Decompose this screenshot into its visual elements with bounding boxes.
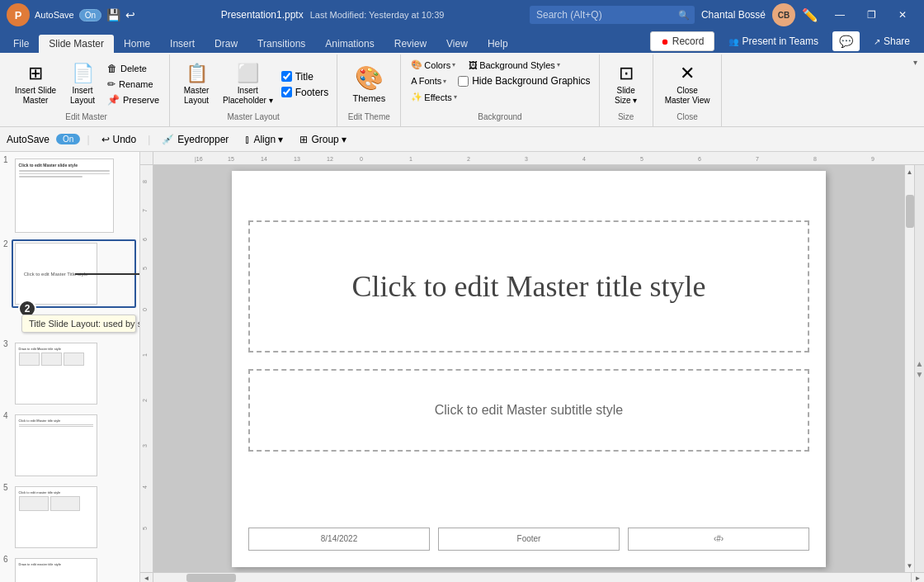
colors-icon: 🎨 [411,59,422,70]
scrollbar-v-track[interactable] [905,178,914,559]
master-layout-button[interactable]: 📋 MasterLayout [177,59,216,109]
slide-thumb-6[interactable]: Draw to edit master title style [12,555,136,582]
qa-undo-button[interactable]: ↩ Undo [97,132,142,147]
close-button[interactable]: ✕ [888,2,917,27]
hide-bg-check-input[interactable] [458,76,469,87]
footer-label-box[interactable]: Footer [438,528,620,551]
horizontal-scrollbar: ◄ ► [140,572,924,582]
qa-group-button[interactable]: ⊞ Group ▾ [295,132,351,147]
present-teams-button[interactable]: 👥 Present in Teams [718,31,829,51]
scrollbar-down-button[interactable]: ▼ [905,559,914,572]
colors-dropdown[interactable]: 🎨 Colors ▾ [408,58,459,72]
save-icon[interactable]: 💾 [106,8,120,21]
slide-thumb-2[interactable]: Click to edit Master Title style 1 [12,239,136,308]
slide-size-icon: ⊡ [619,63,634,84]
qa-separator1: | [87,134,89,145]
footer-label-text: Footer [517,534,541,543]
delete-button[interactable]: 🗑Delete [104,61,163,76]
scrollbar-h-track[interactable] [153,573,911,582]
ruler-v-tick-4: 4 [142,485,148,489]
autosave-toggle[interactable]: On [79,9,101,21]
qa-autosave-toggle[interactable]: On [56,134,80,144]
thumb3-title: Draw to edit Master title style [19,347,93,351]
thumb1-title: Click to edit Master slide style [19,163,110,168]
fonts-dropdown[interactable]: A Fonts ▾ [408,73,450,88]
scrollbar-left-button[interactable]: ◄ [140,573,153,582]
edit-master-group-label: Edit Master [65,111,107,123]
ruler-v-tick-1: 1 [142,353,148,357]
insert-slide-master-button[interactable]: ⊞ Insert SlideMaster [10,59,61,109]
restore-button[interactable]: ❐ [856,2,886,27]
slide-num-1: 1 [3,155,8,164]
right-collapse-handle[interactable]: ▲ ▼ [914,165,924,572]
footers-checkbox[interactable]: Footers [280,85,331,100]
close-master-view-button[interactable]: ✕ CloseMaster View [660,59,715,109]
insert-placeholder-icon: ⬜ [237,63,259,84]
tab-insert[interactable]: Insert [160,35,205,53]
insert-placeholder-button[interactable]: ⬜ InsertPlaceholder ▾ [218,59,278,109]
minimize-button[interactable]: — [825,2,855,27]
tab-review[interactable]: Review [384,35,436,53]
record-button[interactable]: ⏺ Record [650,31,715,51]
tab-draw[interactable]: Draw [205,35,248,53]
insert-layout-button[interactable]: 📄 InsertLayout [63,59,102,109]
tab-transitions[interactable]: Transitions [248,35,315,53]
undo-title-icon[interactable]: ↩ [125,8,135,21]
scrollbar-right-button[interactable]: ► [911,573,924,582]
colors-arrow: ▾ [452,61,455,69]
ruler-tick-neg15: 15 [228,156,234,162]
master-layout-col: Title Footers [280,69,331,100]
scrollbar-up-button[interactable]: ▲ [905,165,914,178]
qa-autosave-label: AutoSave [7,134,50,145]
pen-icon[interactable]: ✏️ [802,7,818,23]
slide-thumb-3[interactable]: Draw to edit Master title style [12,339,136,408]
share-button[interactable]: ↗ Share [863,31,921,51]
title-check-input[interactable] [281,71,292,82]
search-input[interactable] [530,6,695,24]
footer-date-box[interactable]: 8/14/2022 [248,528,430,551]
title-checkbox[interactable]: Title [280,69,331,84]
thumb3-content: Draw to edit Master title style [19,347,93,366]
background-row1: 🎨 Colors ▾ 🖼 Background Styles ▾ [408,58,592,72]
ruler-tick-0: 0 [360,156,363,162]
master-layout-icon: 📋 [186,63,208,84]
slide-thumb-4[interactable]: Click to edit Master title style [12,411,136,480]
tab-file[interactable]: File [3,35,39,53]
rename-icon: ✏ [107,78,116,90]
rename-button[interactable]: ✏Rename [104,77,163,92]
canvas-wrapper: |16 15 14 13 12 0 1 2 3 4 5 6 7 8 9 [140,152,924,582]
title-bar-right: 🔍 Chantal Bossé CB ✏️ — ❐ ✕ [530,2,917,27]
master-layout-buttons: 📋 MasterLayout ⬜ InsertPlaceholder ▾ Tit… [177,58,330,111]
scrollbar-h-thumb[interactable] [186,574,236,582]
slide-title-placeholder[interactable]: Click to edit Master title style [248,220,809,353]
footer-page-box[interactable]: ‹#› [628,528,809,551]
tab-view[interactable]: View [436,35,478,53]
slide-size-button[interactable]: ⊡ SlideSize ▾ [606,59,646,109]
qa-align-button[interactable]: ⫿ Align ▾ [240,132,288,147]
slide-thumb-5[interactable]: Click to edit master title style [12,483,136,551]
background-styles-dropdown[interactable]: 🖼 Background Styles ▾ [465,58,563,72]
master-subtitle-text[interactable]: Click to edit Master subtitle style [435,403,624,418]
comments-button[interactable]: 💬 [832,31,860,51]
master-title-text[interactable]: Click to edit Master title style [352,269,706,304]
tab-animations[interactable]: Animations [315,35,384,53]
ruler-tick-4: 4 [582,156,586,162]
preserve-button[interactable]: 📌Preserve [104,92,163,107]
themes-button[interactable]: 🎨 Themes [344,61,394,107]
user-avatar[interactable]: CB [772,3,795,26]
slide-thumb-1[interactable]: Click to edit Master slide style [12,155,136,236]
tab-help[interactable]: Help [478,35,518,53]
tab-home[interactable]: Home [114,35,160,53]
effects-dropdown[interactable]: ✨ Effects ▾ [408,90,460,104]
background-controls: 🎨 Colors ▾ 🖼 Background Styles ▾ A Fonts… [408,58,592,111]
ruler-tick-6: 6 [698,156,701,162]
tab-slide-master[interactable]: Slide Master [39,35,114,53]
scrollbar-v-thumb[interactable] [906,195,914,228]
hide-bg-graphics-checkbox[interactable]: Hide Background Graphics [456,73,592,88]
qa-eyedropper-button[interactable]: 💉 Eyedropper [157,132,233,147]
slide-subtitle-placeholder[interactable]: Click to edit Master subtitle style [248,369,809,452]
ruler-tick-7: 7 [756,156,759,162]
footers-check-input[interactable] [281,87,292,97]
master-layout-label: MasterLayout [184,86,210,106]
ribbon-expand[interactable]: ▾ [910,54,921,126]
